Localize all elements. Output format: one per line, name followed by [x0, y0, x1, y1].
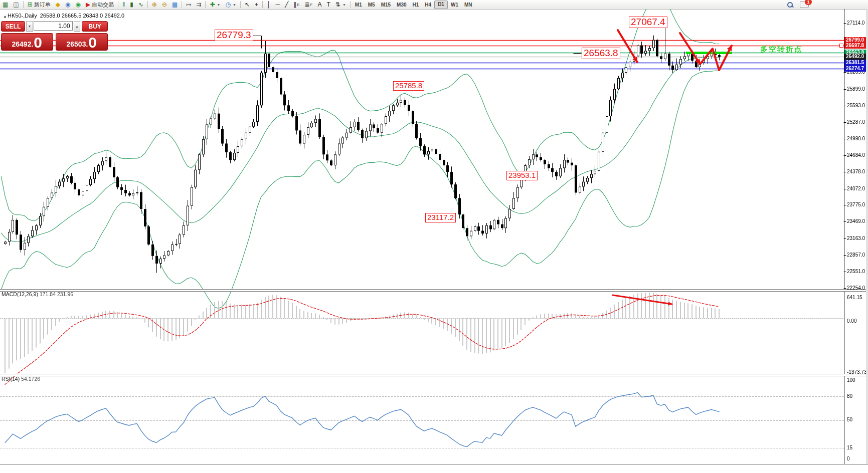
autotrade-button[interactable]: ▶自动交易 [83, 1, 116, 9]
price-badge-26697.8: 26697.8 [844, 43, 868, 49]
macd-pane-splitter[interactable] [0, 289, 868, 292]
price-label-23117.2[interactable]: 23117.2 [425, 213, 456, 222]
ohlc-values: 26588.0 26665.5 26343.0 26492.0 [40, 13, 124, 19]
timeframe-h4[interactable]: H4 [422, 1, 434, 9]
price-tick: 22254.0 [847, 285, 868, 291]
rsi-axis-label: 0 [847, 456, 850, 461]
zoom-in-icon[interactable]: ⊕ [149, 1, 159, 9]
one-click-trading-panel: SELL ▼ ▲ BUY 26492. 0 26503. 0 [1, 21, 108, 51]
macd-axis-label: 0.00 [847, 318, 856, 324]
profiles-icon[interactable]: ◫ [11, 1, 21, 9]
autotrade-button-label: 自动交易 [92, 1, 114, 9]
timeframe-m5[interactable]: M5 [365, 1, 378, 9]
timeframe-w1[interactable]: W1 [448, 1, 461, 9]
price-label-26563.8[interactable]: 26563.8 [582, 48, 620, 59]
macd-axis-label: -1373.73 [847, 369, 866, 375]
auto-scroll-icon[interactable]: ↦ [184, 1, 194, 9]
toolbar-separator [205, 1, 206, 8]
volume-down-button[interactable]: ▼ [26, 21, 33, 32]
volume-up-button[interactable]: ▲ [74, 21, 81, 32]
rsi-axis-label: 50 [847, 417, 852, 422]
vline-icon[interactable]: │ [264, 1, 273, 9]
price-tick: 23775.0 [847, 202, 868, 207]
rsi-indicator-label: RSI(14) 54.1726 [2, 376, 40, 382]
scrollbar[interactable] [866, 9, 868, 464]
time-axis[interactable] [0, 464, 868, 473]
periods-icon-dropdown: ▼ [233, 3, 236, 7]
main-chart-canvas[interactable] [0, 9, 866, 464]
periods-icon[interactable]: ◷▼ [223, 1, 238, 9]
buy-button[interactable]: BUY [82, 21, 108, 32]
price-badge-26274.7: 26274.7 [844, 66, 868, 72]
chat-icon[interactable]: 1 [800, 1, 809, 8]
price-label-27067.4[interactable]: 27067.4 [629, 17, 667, 28]
tile-windows-icon[interactable]: ▩ [169, 1, 180, 9]
zoom-in-icon: ⊕ [152, 1, 157, 9]
price-tick: 25593.0 [847, 103, 868, 108]
auto-scroll-icon: ↦ [186, 1, 191, 9]
chart-title: ▴HK50-,Daily 26588.0 26665.5 26343.0 264… [4, 13, 124, 19]
indicators-icon[interactable]: ✚▼ [207, 1, 223, 9]
signals-icon[interactable]: ◉ [73, 1, 83, 9]
sell-button[interactable]: SELL [1, 21, 25, 32]
vline-icon: │ [267, 1, 271, 9]
label-icon: T [326, 1, 330, 9]
chart-shift-icon: ⇉ [196, 1, 201, 9]
zoom-out-icon[interactable]: ⊖ [159, 1, 169, 9]
price-label-26779.3[interactable]: 26779.3 [215, 30, 253, 41]
line-chart-icon[interactable]: ∿ [136, 1, 146, 9]
chart-shift-icon[interactable]: ⇉ [194, 1, 204, 9]
new-order-button-label: 新订单 [34, 1, 51, 9]
toolbar-separator [182, 1, 182, 8]
bar-chart-icon[interactable]: ‖ [120, 1, 127, 9]
text-icon[interactable]: A [315, 1, 324, 9]
search-icon[interactable] [787, 2, 793, 8]
rsi-axis-label: 100 [847, 377, 855, 383]
profiles-icon: ◫ [13, 1, 19, 9]
cursor-icon: ↖ [245, 1, 250, 9]
timeframe-m1[interactable]: M1 [352, 1, 365, 9]
community-icon[interactable]: ◉ [63, 1, 73, 9]
sell-price[interactable]: 26492. 0 [1, 33, 53, 51]
fibonacci-icon[interactable]: ≣F [302, 1, 315, 9]
hline-icon: ─ [275, 1, 280, 9]
trendline-icon[interactable]: ╱ [282, 1, 291, 9]
timeframe-h1[interactable]: H1 [410, 1, 422, 9]
rsi-axis-label: 80 [847, 393, 852, 399]
macd-values: 171.84 231.96 [40, 291, 73, 297]
price-tick: 23469.0 [847, 218, 868, 224]
price-tick: 24684.0 [847, 152, 868, 158]
hline-handle[interactable] [839, 44, 843, 48]
toolbar-separator [147, 1, 148, 8]
bar-chart-icon: ‖ [122, 1, 125, 9]
volume-input[interactable] [34, 21, 73, 31]
new-order-button[interactable]: ⊞新订单 [25, 1, 53, 9]
candlestick-icon[interactable]: ▮ [127, 1, 136, 9]
symbol-name: HK50-,Daily [8, 13, 37, 19]
turning-point-annotation[interactable]: 多空转折点 [760, 45, 803, 54]
indicators-icon: ✚ [210, 1, 215, 9]
price-badge-26492.0: 26492.0 [844, 54, 868, 60]
price-label-25785.8[interactable]: 25785.8 [393, 81, 424, 91]
crosshair-icon[interactable]: + [252, 1, 261, 9]
crosshair-icon: + [255, 1, 258, 9]
timeframe-m15[interactable]: M15 [378, 1, 394, 9]
new-chart-icon[interactable]: ▦ [0, 1, 11, 9]
hline-icon[interactable]: ─ [273, 1, 282, 9]
label-icon[interactable]: T [324, 1, 332, 9]
signals-icon: ◉ [75, 1, 80, 9]
market-icon[interactable]: ◆ [53, 1, 63, 9]
arrows-icon[interactable]: ⇅▼ [333, 1, 349, 9]
new-chart-icon: ▦ [3, 1, 8, 9]
cursor-icon[interactable]: ↖ [242, 1, 252, 9]
price-label-23953.1[interactable]: 23953.1 [506, 171, 538, 180]
timeframe-m30[interactable]: M30 [394, 1, 409, 9]
candlestick-icon: ▮ [130, 1, 133, 9]
buy-price[interactable]: 26503. 0 [56, 33, 108, 51]
timeframe-mn[interactable]: MN [461, 1, 475, 9]
new-order-button: ⊞ [28, 1, 33, 9]
price-tick: 27114.0 [847, 20, 868, 26]
timeframe-d1[interactable]: D1 [434, 1, 448, 9]
channel-icon[interactable]: ∥E [291, 1, 302, 9]
rsi-pane-splitter[interactable] [0, 374, 868, 376]
